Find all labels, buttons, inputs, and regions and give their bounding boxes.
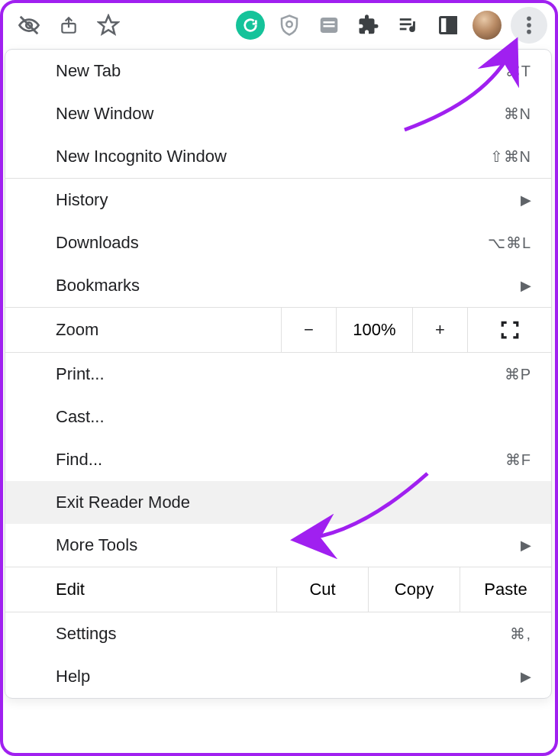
menu-label: Cast...	[56, 407, 531, 427]
shield-icon[interactable]	[274, 10, 305, 40]
menu-label: Settings	[56, 624, 510, 644]
shortcut-text: ⌘P	[505, 365, 531, 383]
menu-find[interactable]: Find... ⌘F	[5, 438, 551, 481]
edit-label: Edit	[5, 567, 276, 612]
svg-rect-7	[324, 25, 335, 27]
menu-label: Downloads	[56, 233, 488, 253]
menu-label: More Tools	[56, 535, 521, 555]
music-queue-icon[interactable]	[393, 10, 424, 40]
shortcut-text: ⇧⌘N	[490, 147, 531, 166]
menu-label: Bookmarks	[56, 276, 521, 296]
shortcut-text: ⌥⌘L	[488, 234, 531, 252]
more-menu-button[interactable]	[511, 7, 547, 44]
svg-rect-12	[447, 18, 456, 34]
menu-exit-reader-mode[interactable]: Exit Reader Mode	[5, 481, 551, 524]
menu-bookmarks[interactable]: Bookmarks ▶	[5, 264, 551, 307]
menu-cast[interactable]: Cast...	[5, 396, 551, 438]
svg-marker-3	[99, 16, 118, 34]
menu-label: Print...	[56, 364, 505, 384]
extensions-icon[interactable]	[353, 10, 384, 40]
menu-label: Help	[56, 667, 521, 687]
zoom-label: Zoom	[5, 308, 281, 352]
menu-label: Exit Reader Mode	[56, 493, 531, 512]
menu-label: History	[56, 190, 521, 210]
shortcut-text: ⌘T	[505, 62, 531, 80]
svg-point-14	[527, 23, 531, 27]
svg-point-15	[527, 30, 531, 34]
menu-edit-row: Edit Cut Copy Paste	[5, 567, 551, 612]
edit-copy-button[interactable]: Copy	[368, 567, 460, 612]
zoom-out-button[interactable]: −	[281, 308, 336, 352]
shortcut-text: ⌘N	[504, 105, 531, 123]
star-icon[interactable]	[93, 10, 124, 40]
menu-history[interactable]: History ▶	[5, 179, 551, 221]
reader-icon[interactable]	[314, 10, 344, 40]
menu-new-tab[interactable]: New Tab ⌘T	[5, 50, 551, 92]
device-icon[interactable]	[433, 10, 463, 40]
grammarly-icon[interactable]	[236, 11, 265, 40]
menu-settings[interactable]: Settings ⌘,	[5, 612, 551, 655]
shortcut-text: ⌘,	[510, 625, 531, 643]
menu-new-window[interactable]: New Window ⌘N	[5, 92, 551, 135]
svg-point-4	[286, 21, 292, 27]
fullscreen-button[interactable]	[467, 308, 551, 352]
browser-main-menu: New Tab ⌘T New Window ⌘N New Incognito W…	[5, 49, 552, 699]
menu-print[interactable]: Print... ⌘P	[5, 353, 551, 396]
submenu-arrow-icon: ▶	[521, 537, 531, 554]
menu-new-incognito[interactable]: New Incognito Window ⇧⌘N	[5, 135, 551, 178]
menu-label: New Incognito Window	[56, 147, 490, 166]
submenu-arrow-icon: ▶	[521, 668, 531, 685]
menu-label: New Window	[56, 104, 504, 124]
share-icon[interactable]	[53, 10, 84, 40]
zoom-percent: 100%	[336, 308, 412, 352]
menu-zoom-row: Zoom − 100% +	[5, 307, 551, 353]
menu-help[interactable]: Help ▶	[5, 655, 551, 698]
profile-avatar[interactable]	[473, 11, 502, 40]
menu-more-tools[interactable]: More Tools ▶	[5, 524, 551, 567]
privacy-eye-icon[interactable]	[14, 10, 44, 40]
edit-paste-button[interactable]: Paste	[460, 567, 551, 612]
zoom-in-button[interactable]: +	[412, 308, 467, 352]
menu-label: Find...	[56, 450, 505, 470]
submenu-arrow-icon: ▶	[521, 192, 531, 208]
svg-point-13	[527, 17, 531, 21]
edit-cut-button[interactable]: Cut	[276, 567, 368, 612]
svg-rect-6	[324, 21, 335, 24]
menu-downloads[interactable]: Downloads ⌥⌘L	[5, 221, 551, 264]
submenu-arrow-icon: ▶	[521, 277, 531, 294]
shortcut-text: ⌘F	[505, 451, 531, 469]
browser-toolbar	[0, 0, 558, 49]
menu-label: New Tab	[56, 61, 505, 81]
